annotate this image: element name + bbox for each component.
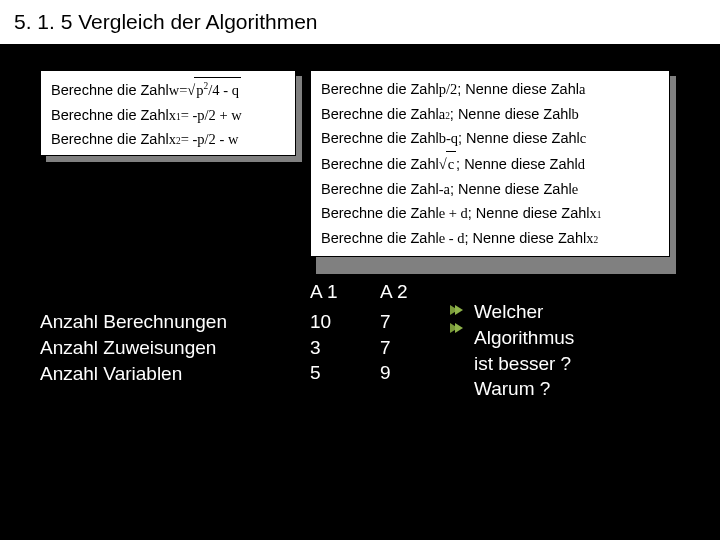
a2-line3: Berechne die Zahl b-q; Nenne diese Zahl …	[321, 126, 659, 151]
label-variables: Anzahl Variablen	[40, 361, 310, 387]
a2-line5: Berechne die Zahl -a; Nenne diese Zahl e	[321, 177, 659, 202]
a2-assignments: 7	[380, 335, 450, 361]
a1-computations: 10	[310, 309, 380, 335]
slide-title: 5. 1. 5 Vergleich der Algorithmen	[14, 10, 318, 34]
a2-line1: Berechne die Zahl p/2; Nenne diese Zahl …	[321, 77, 659, 102]
a2-line6: Berechne die Zahl e + d; Nenne diese Zah…	[321, 201, 659, 226]
column-a1: A 1 10 3 5	[310, 279, 380, 386]
arrow-icon	[450, 321, 464, 335]
a1-assignments: 3	[310, 335, 380, 361]
a1-line3: Berechne die Zahl x2 = -p/2 - w	[51, 127, 285, 152]
algorithm-boxes: Berechne die Zahl w = p2/4 - q Berechne …	[40, 70, 680, 257]
q-line3: ist besser ?	[474, 351, 574, 377]
a2-variables: 9	[380, 360, 450, 386]
main-content: Berechne die Zahl w = p2/4 - q Berechne …	[0, 44, 720, 257]
a1-line1: Berechne die Zahl w = p2/4 - q	[51, 77, 285, 103]
bullet-arrows	[450, 303, 464, 335]
a1-line2: Berechne die Zahl x1 = -p/2 + w	[51, 103, 285, 128]
column-a2: A 2 7 7 9	[380, 279, 450, 386]
a2-line2: Berechne die Zahl a2; Nenne diese Zahl b	[321, 102, 659, 127]
title-bar: 5. 1. 5 Vergleich der Algorithmen	[0, 0, 720, 44]
label-computations: Anzahl Berechnungen	[40, 309, 310, 335]
q-line1: Welcher	[474, 299, 574, 325]
a2-line7: Berechne die Zahl e - d; Nenne diese Zah…	[321, 226, 659, 251]
arrow-icon	[450, 303, 464, 317]
a2-computations: 7	[380, 309, 450, 335]
question-text: Welcher Algorithmus ist besser ? Warum ?	[474, 299, 574, 402]
question-block: Welcher Algorithmus ist besser ? Warum ?	[450, 279, 574, 402]
a1-variables: 5	[310, 360, 380, 386]
label-assignments: Anzahl Zuweisungen	[40, 335, 310, 361]
a2-header: A 2	[380, 279, 450, 305]
a1-header: A 1	[310, 279, 380, 305]
algorithm-1-box: Berechne die Zahl w = p2/4 - q Berechne …	[40, 70, 296, 156]
a2-line4: Berechne die Zahl c ; Nenne diese Zahl d	[321, 151, 659, 177]
comparison-section: Anzahl Berechnungen Anzahl Zuweisungen A…	[0, 257, 720, 402]
q-line4: Warum ?	[474, 376, 574, 402]
algorithm-2-box: Berechne die Zahl p/2; Nenne diese Zahl …	[310, 70, 670, 257]
q-line2: Algorithmus	[474, 325, 574, 351]
metric-labels: Anzahl Berechnungen Anzahl Zuweisungen A…	[40, 279, 310, 386]
